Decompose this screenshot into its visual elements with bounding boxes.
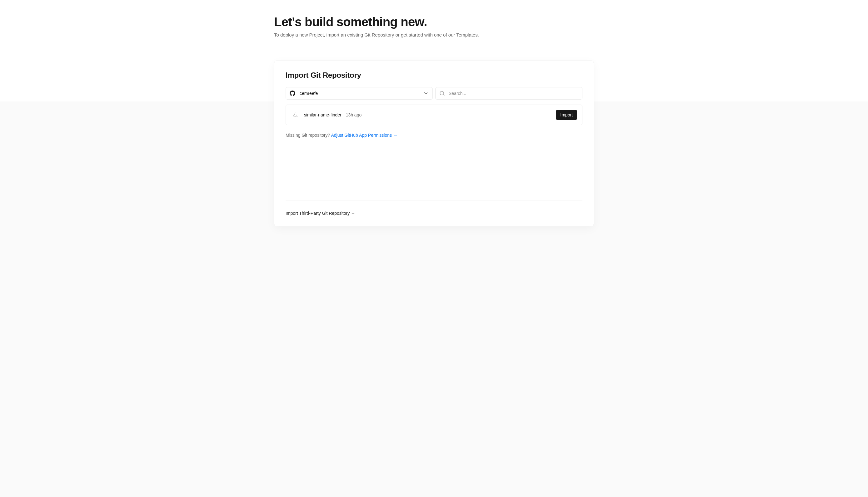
chevron-down-icon bbox=[423, 90, 429, 96]
page-title: Let's build something new. bbox=[274, 15, 594, 29]
missing-repo-text: Missing Git repository? Adjust GitHub Ap… bbox=[286, 133, 582, 138]
svg-line-1 bbox=[443, 94, 444, 95]
search-icon bbox=[439, 90, 445, 96]
repo-list: similar-name-finder · 13h ago Import bbox=[286, 104, 582, 125]
github-icon bbox=[290, 90, 295, 96]
card-title: Import Git Repository bbox=[286, 71, 582, 80]
divider bbox=[286, 200, 582, 200]
repo-framework-icon bbox=[291, 111, 300, 119]
import-button[interactable]: Import bbox=[556, 110, 577, 120]
scope-selector[interactable]: cemreefe bbox=[286, 87, 433, 100]
repo-item: similar-name-finder · 13h ago Import bbox=[286, 105, 582, 125]
page-subtitle: To deploy a new Project, import an exist… bbox=[274, 31, 594, 39]
repo-time: · 13h ago bbox=[343, 112, 361, 117]
import-git-card: Import Git Repository cemreefe bbox=[274, 60, 594, 226]
adjust-permissions-link[interactable]: Adjust GitHub App Permissions → bbox=[331, 133, 397, 138]
svg-marker-2 bbox=[293, 113, 298, 117]
third-party-import-link[interactable]: Import Third-Party Git Repository → bbox=[286, 211, 355, 216]
scope-name: cemreefe bbox=[300, 91, 423, 96]
search-container bbox=[435, 87, 582, 100]
repo-name: similar-name-finder bbox=[304, 112, 342, 117]
search-input[interactable] bbox=[449, 91, 578, 96]
